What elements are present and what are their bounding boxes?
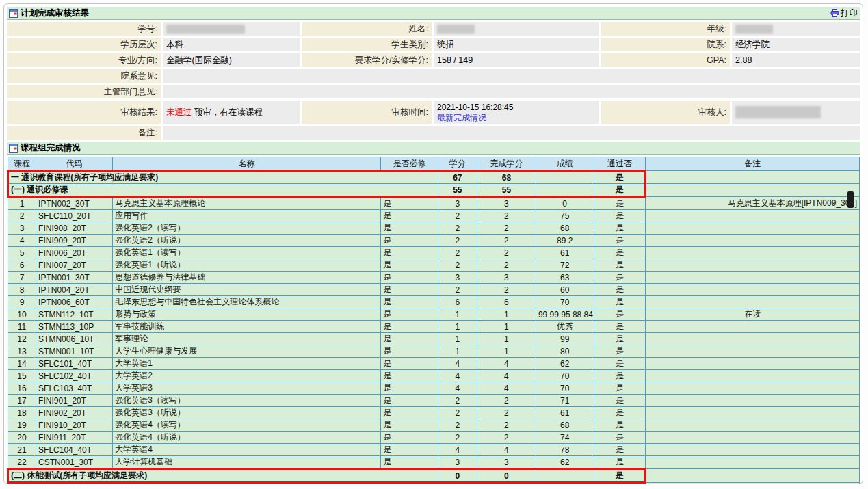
table-cell <box>646 382 860 395</box>
table-cell: 70 <box>536 296 594 308</box>
audit-result-label: 审核结果: <box>7 101 161 124</box>
table-cell: STMN113_10P <box>36 321 113 333</box>
table-cell: 是 <box>594 235 646 247</box>
table-cell: STMN001_10T <box>36 345 113 358</box>
table-cell: 55 <box>477 184 536 197</box>
course-row: 5FINI006_20T强化英语1（读写）是2261是 <box>8 247 860 259</box>
table-cell: 是 <box>381 308 438 321</box>
table-cell: 4 <box>477 444 536 456</box>
table-cell: 强化英语3（听说） <box>113 407 381 419</box>
table-cell: SFLC110_20T <box>36 210 113 222</box>
table-cell: 大学计算机基础 <box>113 456 381 469</box>
latest-completion-link[interactable]: 最新完成情况 <box>437 113 486 122</box>
scrollbar-thumb-artifact[interactable] <box>847 191 854 208</box>
table-cell: 是 <box>381 395 438 407</box>
table-header-row: 课程代码名称是否必修学分完成学分成绩通过否备注 <box>8 157 860 171</box>
table-cell <box>646 321 860 333</box>
table-cell: 10 <box>8 308 36 321</box>
table-cell: 14 <box>8 358 36 370</box>
college-label: 院系: <box>601 38 730 51</box>
table-cell: 强化英语4（听说） <box>113 432 381 444</box>
table-cell: 是 <box>381 296 438 308</box>
course-group-title-area: 课程组完成情况 <box>9 142 81 154</box>
student-id-value <box>163 22 300 36</box>
gpa-label: GPA: <box>601 53 730 67</box>
table-cell: CSTN001_30T <box>36 456 113 469</box>
table-cell: 6 <box>8 259 36 272</box>
table-cell: IPTN004_20T <box>36 284 113 296</box>
table-cell: 2 <box>477 407 536 419</box>
table-cell: 1 <box>438 321 477 333</box>
table-cell: 1 <box>477 308 536 321</box>
table-cell: 是 <box>381 444 438 456</box>
table-cell: 是 <box>381 272 438 284</box>
table-cell: SFLC102_40T <box>36 370 113 382</box>
column-header: 学分 <box>438 157 477 171</box>
college-opinion-value <box>163 69 860 83</box>
table-cell: 是 <box>594 483 646 485</box>
course-row: 16SFLC103_40T大学英语3是4470是 <box>8 382 860 395</box>
table-cell <box>646 358 860 370</box>
table-cell <box>646 284 860 296</box>
table-cell: FINI901_20T <box>36 395 113 407</box>
table-cell: 2 <box>477 284 536 296</box>
course-row: 7IPTN001_30T思想道德修养与法律基础是3363是 <box>8 272 860 284</box>
table-cell: 军事理论 <box>113 333 381 345</box>
table-cell: 0 <box>438 483 477 485</box>
table-cell: 1 <box>8 197 36 210</box>
table-cell: 军事技能训练 <box>113 321 381 333</box>
course-row: 21SFLC104_40T大学英语4是4478是 <box>8 444 860 456</box>
table-cell: 67 <box>438 171 477 184</box>
table-cell: 是 <box>381 456 438 469</box>
table-cell <box>536 171 594 184</box>
table-cell: 是 <box>594 296 646 308</box>
table-cell: 是 <box>594 432 646 444</box>
table-cell: 是 <box>594 210 646 222</box>
table-cell: 大学英语1 <box>113 358 381 370</box>
course-row: 14SFLC101_40T大学英语1是4462是 <box>8 358 860 370</box>
table-cell: 一 通识教育课程(所有子项均应满足要求) <box>8 171 438 184</box>
table-cell: 强化英语1（听说） <box>113 259 381 272</box>
table-cell: 78 <box>536 444 594 456</box>
table-cell: 是 <box>594 333 646 345</box>
panel-title-area: 计划完成审核结果 <box>9 8 89 19</box>
table-cell: 3 <box>438 272 477 284</box>
table-cell: 是 <box>594 272 646 284</box>
table-cell: 思想道德修养与法律基础 <box>113 272 381 284</box>
table-cell: 是 <box>381 407 438 419</box>
remark-value <box>163 126 860 140</box>
table-cell: 强化英语1（读写） <box>113 247 381 259</box>
table-cell: SFLC101_40T <box>36 358 113 370</box>
grade-value <box>732 22 860 36</box>
table-cell: 中国近现代史纲要 <box>113 284 381 296</box>
table-cell: 2 <box>438 210 477 222</box>
info-row-2: 学历层次: 本科 学生类别: 统招 院系: 经济学院 <box>7 38 860 51</box>
table-cell: SFLC104_40T <box>36 444 113 456</box>
table-cell: 72 <box>536 259 594 272</box>
page-title: 计划完成审核结果 <box>21 8 89 19</box>
table-cell: 71 <box>536 395 594 407</box>
course-row: 8IPTN004_20T中国近现代史纲要是2260是 <box>8 284 860 296</box>
table-cell: 15 <box>8 370 36 382</box>
table-cell: 4 <box>438 358 477 370</box>
table-cell: 21 <box>8 444 36 456</box>
course-completion-table: 课程代码名称是否必修学分完成学分成绩通过否备注 一 通识教育课程(所有子项均应满… <box>7 157 860 484</box>
table-cell: 3 <box>477 197 536 210</box>
dept-opinion-label: 主管部门意见: <box>7 85 161 98</box>
table-cell: 1 <box>477 321 536 333</box>
college-opinion-label: 院系意见: <box>7 69 161 83</box>
table-cell <box>646 345 860 358</box>
student-type-value: 统招 <box>434 38 599 51</box>
table-cell: 61 <box>536 247 594 259</box>
table-cell: 是 <box>594 321 646 333</box>
window-icon <box>9 9 18 18</box>
table-cell: FINI909_20T <box>36 235 113 247</box>
censored-name <box>437 25 475 34</box>
table-cell: 20 <box>8 432 36 444</box>
gpa-value: 2.88 <box>732 53 860 67</box>
table-cell <box>646 469 860 483</box>
table-cell: 2 <box>438 284 477 296</box>
column-header: 课程 <box>8 157 36 171</box>
print-button[interactable]: 打印 <box>830 8 858 19</box>
table-cell <box>646 272 860 284</box>
